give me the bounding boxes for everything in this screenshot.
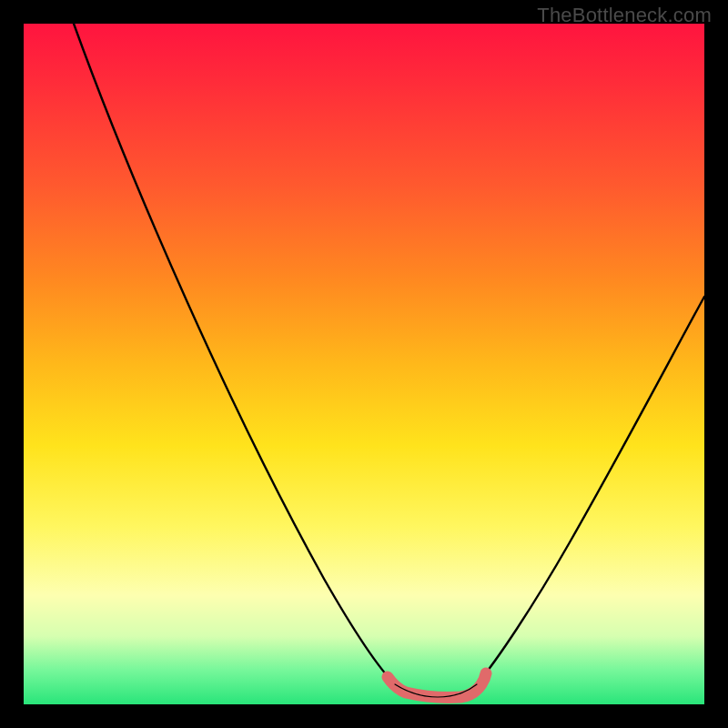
chart-frame: TheBottleneck.com (0, 0, 728, 728)
curve-left-branch (74, 24, 395, 684)
plot-area (24, 24, 704, 704)
bottleneck-curve (24, 24, 704, 704)
curve-right-branch (477, 297, 704, 684)
curve-minimum-highlight (388, 673, 486, 697)
